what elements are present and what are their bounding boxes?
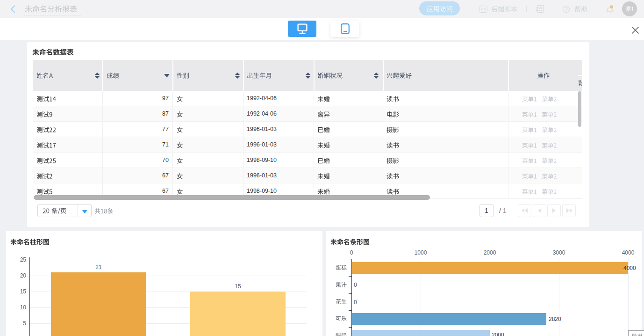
svg-text:?: ?: [565, 7, 568, 12]
